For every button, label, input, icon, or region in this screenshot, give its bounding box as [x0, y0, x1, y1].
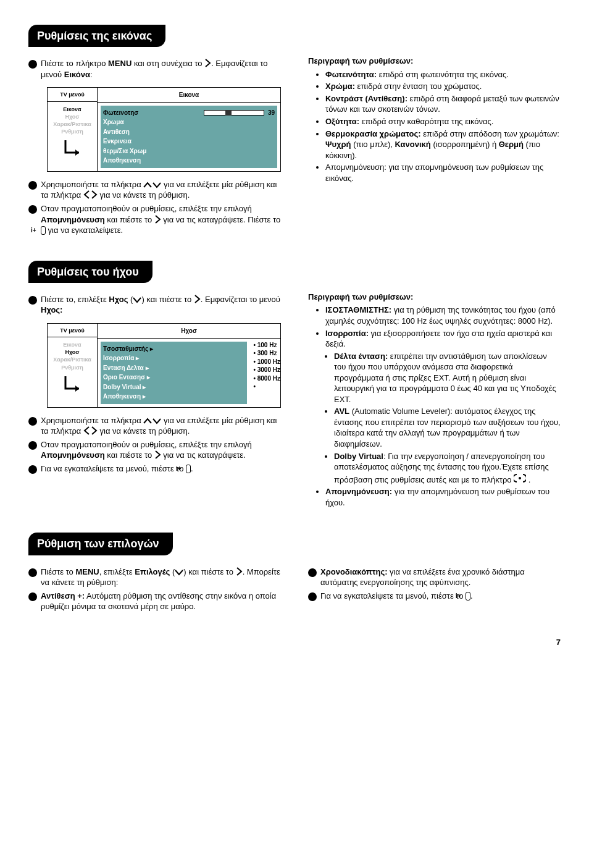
step-3: 3Οταν πραγματοποιηθούν οι ρυθμίσεις, επι…	[28, 203, 281, 236]
section-options: Ρύθμιση των επιλογών 1Πιέστε το MENU, επ…	[28, 533, 561, 614]
bullet-2: 2	[28, 592, 37, 601]
fig-left-hdr: TV μενού	[48, 91, 97, 101]
chevron-right-icon	[154, 215, 161, 224]
page-number: 7	[28, 637, 561, 648]
step-3: 3Χρονοδιακόπτης: για να επιλέξετε ένα χρ…	[308, 567, 561, 588]
bullet-1: 1	[28, 296, 37, 305]
step-1: 1Πιέστε το MENU, επιλέξτε Επιλογές () κα…	[28, 567, 281, 588]
chevron-right-icon	[236, 567, 243, 576]
bullet-1: 1	[28, 60, 37, 69]
desc-list: Φωτεινότητα: επιδρά στη φωτεινότητα της …	[308, 69, 561, 183]
bullet-3: 3	[28, 205, 37, 214]
step-2: 2Χρησιμοποιήστε τα πλήκτρα για να επιλέξ…	[28, 415, 281, 437]
bullet-1: 1	[28, 568, 37, 577]
bullet-3: 3	[28, 441, 37, 450]
chevron-right-icon	[204, 59, 211, 67]
desc-list: ΙΣΟΣΤΑΘΜΙΣΤΗΣ: για τη ρύθμιση της τονικό…	[308, 305, 561, 508]
figure-image-menu: TV μενού Εικονα Hχοσ Χαρακ/Ριστικα Ρνθμι…	[47, 87, 281, 172]
section-image-head: Ρυθμίσεις της εικόνας	[28, 25, 165, 47]
info-plus-button-icon: i+	[186, 465, 191, 473]
desc-head: Περιγραφή των ρυθμίσεων:	[308, 292, 561, 303]
step-1: 1Πιέστε το, επιλέξτε Hχος () και πιέστε …	[28, 294, 281, 316]
brightness-slider	[204, 110, 264, 116]
step-1: 1Πιέστε το πλήκτρο MENU και στη συνέχεια…	[28, 58, 281, 80]
chevron-right-icon	[154, 450, 161, 459]
hook-arrow-icon	[63, 375, 81, 394]
step-2: 2Αντίθεση +: Αυτόματη ρύθμιση της αντίθε…	[28, 591, 281, 612]
chevrons-leftright-icon	[83, 426, 98, 435]
chevrons-updown-icon	[143, 182, 161, 188]
chevrons-leftright-icon	[83, 190, 98, 199]
figure-sound-menu: TV μενού Εικονα Hχοσ Χαρακ/Ριστικα Ρνθμι…	[47, 323, 281, 408]
info-plus-button-icon: i+	[466, 592, 470, 600]
chevrons-updown-icon	[143, 418, 161, 424]
fig-right-hdr: Hχοσ	[98, 324, 280, 339]
surround-icon	[514, 473, 526, 484]
desc-head: Περιγραφή των ρυθμίσεων:	[308, 56, 561, 67]
section-sound: Ρυθμίσεις του ήχου 1Πιέστε το, επιλέξτε …	[28, 261, 561, 511]
chevron-right-icon	[194, 295, 201, 303]
bullet-4: 4	[308, 592, 317, 601]
info-plus-button-icon: i+	[41, 226, 46, 235]
step-4: 4Για να εγκαταλείψετε τα μενού, πιέστε τ…	[28, 463, 281, 474]
step-2: 2Χρησιμοποιήστε τα πλήκτρα για να επιλέξ…	[28, 179, 281, 201]
bullet-3: 3	[308, 568, 317, 577]
section-image: Ρυθμίσεις της εικόνας 1Πιέστε το πλήκτρο…	[28, 25, 561, 238]
step-4: 4Για να εγκαταλείψετε τα μενού, πιέστε τ…	[308, 591, 561, 602]
section-options-head: Ρύθμιση των επιλογών	[28, 533, 173, 555]
section-sound-head: Ρυθμίσεις του ήχου	[28, 261, 152, 283]
fig-right-hdr: Εικονα	[98, 88, 280, 103]
chevron-down-icon	[133, 297, 141, 303]
chevron-down-icon	[175, 569, 183, 576]
bullet-2: 2	[28, 417, 37, 426]
bullet-2: 2	[28, 181, 37, 190]
hook-arrow-icon	[63, 139, 81, 158]
step-3: 3Οταν πραγματοποιηθούν οι ρυθμίσεις, επι…	[28, 439, 281, 461]
bullet-4: 4	[28, 465, 37, 474]
fig-left-hdr: TV μενού	[48, 327, 97, 337]
